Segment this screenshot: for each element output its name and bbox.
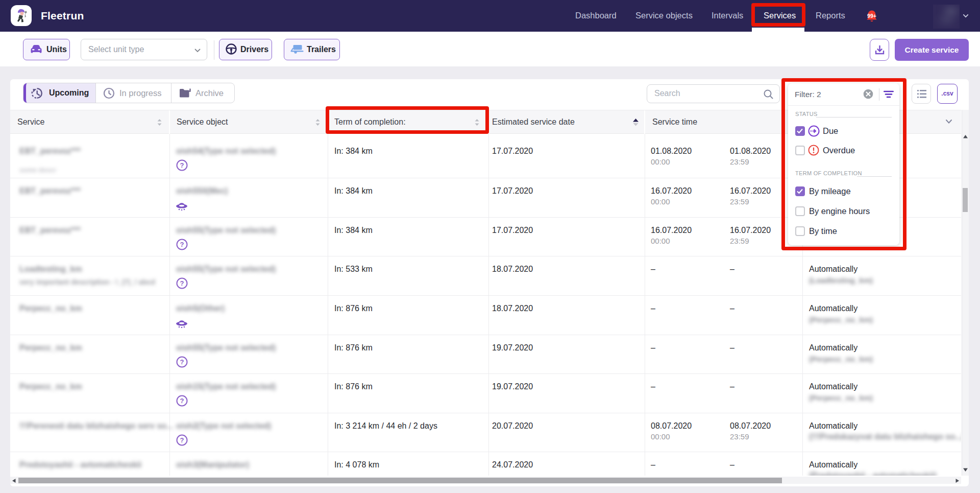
- svg-text:?: ?: [180, 279, 184, 287]
- svg-text:?: ?: [180, 397, 184, 405]
- svg-text:?: ?: [180, 436, 184, 444]
- svg-text:99+: 99+: [867, 13, 876, 19]
- svg-text:?: ?: [180, 161, 184, 169]
- svg-text:?: ?: [180, 358, 184, 366]
- svg-text:?: ?: [180, 241, 184, 248]
